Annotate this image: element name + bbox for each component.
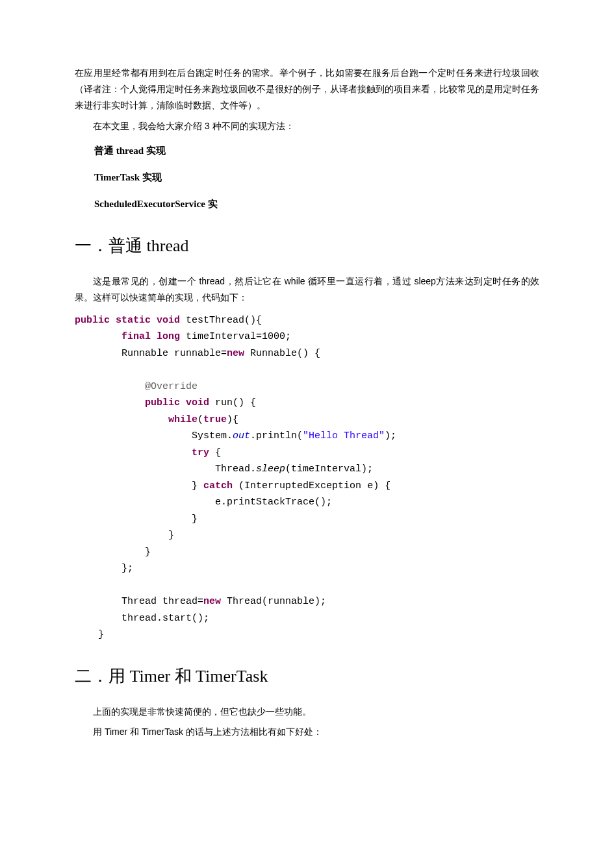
code-keyword: void bbox=[157, 315, 180, 326]
code-annotation: @Override bbox=[145, 381, 198, 392]
code-text: Thread. bbox=[215, 464, 256, 475]
code-text: testThread(){ bbox=[186, 315, 262, 326]
code-text: }; bbox=[122, 563, 133, 574]
code-keyword: true bbox=[203, 414, 227, 425]
code-keyword: try bbox=[192, 447, 209, 458]
code-block-1: public static void testThread(){ final l… bbox=[75, 312, 539, 643]
section-1-heading: 一．普通 thread bbox=[75, 231, 539, 262]
code-text: System. bbox=[192, 430, 233, 441]
code-text: run() { bbox=[215, 397, 256, 408]
code-text: Thread(runnable); bbox=[227, 596, 326, 607]
code-keyword: long bbox=[157, 331, 180, 342]
code-text: } bbox=[145, 547, 151, 558]
method-list: 普通 thread 实现 TimerTask 实现 ScheduledExecu… bbox=[75, 142, 539, 213]
document-page: 在应用里经常都有用到在后台跑定时任务的需求。举个例子，比如需要在服务后台跑一个定… bbox=[0, 0, 614, 868]
section-2-heading: 二．用 Timer 和 TimerTask bbox=[75, 662, 539, 692]
code-text: } bbox=[98, 629, 104, 640]
code-keyword: new bbox=[227, 348, 244, 359]
code-keyword: new bbox=[203, 596, 221, 607]
intro-paragraph-1: 在应用里经常都有用到在后台跑定时任务的需求。举个例子，比如需要在服务后台跑一个定… bbox=[75, 65, 539, 114]
code-text: } bbox=[168, 530, 174, 541]
code-text: } bbox=[192, 514, 198, 525]
section-2-paragraph-2: 用 Timer 和 TimerTask 的话与上述方法相比有如下好处： bbox=[75, 724, 539, 740]
code-field: out bbox=[233, 430, 250, 441]
intro-paragraph-2: 在本文里，我会给大家介绍 3 种不同的实现方法： bbox=[75, 118, 539, 134]
section-2-paragraph-1: 上面的实现是非常快速简便的，但它也缺少一些功能。 bbox=[75, 704, 539, 720]
code-text: Runnable() { bbox=[250, 348, 320, 359]
code-text: Runnable runnable= bbox=[122, 348, 227, 359]
code-text: e.printStackTrace(); bbox=[215, 497, 332, 508]
method-item-3: ScheduledExecutorService 实 bbox=[94, 195, 539, 213]
code-keyword: static bbox=[116, 315, 151, 326]
code-text: (timeInterval); bbox=[285, 464, 373, 475]
code-keyword: while bbox=[168, 414, 198, 425]
code-keyword: public bbox=[75, 315, 110, 326]
code-text: ){ bbox=[227, 414, 238, 425]
code-text: timeInterval=1000; bbox=[186, 331, 291, 342]
code-text: (InterruptedException e) { bbox=[238, 480, 390, 491]
code-text: Thread thread= bbox=[122, 596, 203, 607]
code-text: { bbox=[215, 447, 221, 458]
section-1-paragraph: 这是最常见的，创建一个 thread，然后让它在 while 循环里一直运行着，… bbox=[75, 273, 539, 306]
code-text: ); bbox=[385, 430, 396, 441]
method-item-1: 普通 thread 实现 bbox=[94, 142, 539, 160]
code-method: sleep bbox=[256, 464, 285, 475]
code-text: } bbox=[192, 480, 198, 491]
method-item-2: TimerTask 实现 bbox=[94, 169, 539, 186]
code-keyword: final bbox=[122, 331, 151, 342]
code-text: thread.start(); bbox=[122, 613, 209, 624]
code-keyword: void bbox=[186, 397, 209, 408]
code-string: "Hello Thread" bbox=[303, 430, 385, 441]
code-keyword: public bbox=[145, 397, 180, 408]
code-text: .println( bbox=[250, 430, 303, 441]
code-keyword: catch bbox=[203, 480, 233, 491]
